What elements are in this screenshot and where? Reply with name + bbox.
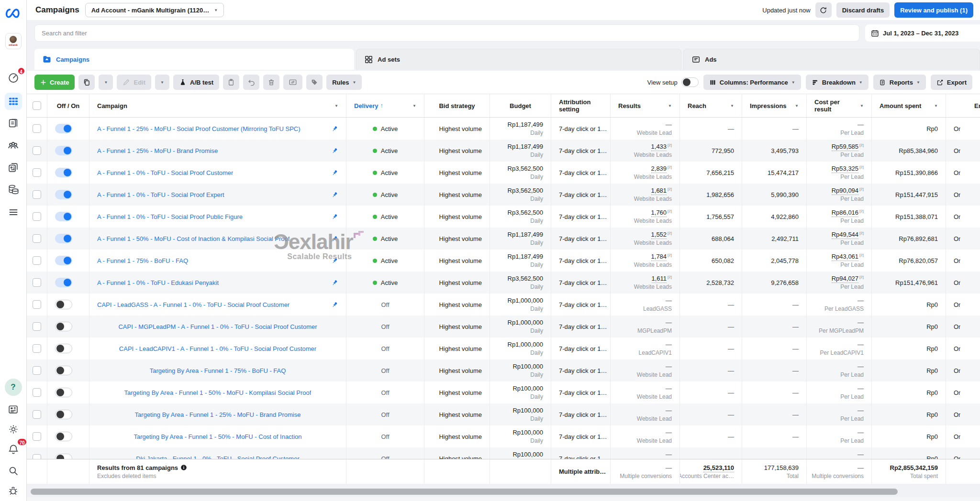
campaign-toggle[interactable] bbox=[55, 168, 72, 177]
campaign-toggle[interactable] bbox=[55, 146, 72, 155]
results-value[interactable]: — bbox=[666, 319, 672, 327]
export-button[interactable]: Export bbox=[931, 75, 972, 90]
row-checkbox[interactable] bbox=[33, 190, 41, 199]
cost-per-result-value[interactable]: — bbox=[858, 407, 864, 414]
all-tools-menu-icon[interactable] bbox=[5, 204, 22, 221]
row-checkbox[interactable] bbox=[33, 300, 41, 309]
campaign-name-link[interactable]: Targeting By Area - Funnel 1 - 25% - MoF… bbox=[135, 411, 301, 418]
date-range-selector[interactable]: Jul 1, 2023 – Dec 31, 2023 bbox=[865, 24, 980, 42]
info-icon[interactable] bbox=[180, 464, 187, 471]
ad-account-avatar[interactable]: mGanik bbox=[5, 33, 22, 50]
cost-per-result-value[interactable]: — bbox=[858, 319, 864, 327]
campaign-toggle[interactable] bbox=[55, 410, 72, 419]
sidebar-item-ads-reporting-icon[interactable] bbox=[5, 159, 22, 176]
campaign-toggle[interactable] bbox=[55, 234, 72, 243]
campaign-name-link[interactable]: A - Funnel 1 - 0% - ToFU - Social Proof … bbox=[97, 191, 224, 198]
row-checkbox[interactable] bbox=[33, 234, 41, 243]
row-checkbox[interactable] bbox=[33, 124, 41, 133]
campaign-toggle[interactable] bbox=[55, 278, 72, 287]
row-checkbox[interactable] bbox=[33, 256, 41, 265]
ab-test-button[interactable]: A/B test bbox=[173, 75, 219, 90]
campaign-toggle[interactable] bbox=[55, 432, 72, 441]
breakdown-button[interactable]: Breakdown ▼ bbox=[806, 75, 869, 90]
search-box[interactable] bbox=[34, 24, 859, 42]
campaign-name-link[interactable]: Targeting By Area - Funnel 1 - 50% - MoF… bbox=[124, 389, 312, 396]
row-checkbox[interactable] bbox=[33, 410, 41, 419]
campaign-toggle[interactable] bbox=[55, 190, 72, 199]
cost-per-result-value[interactable]: Rp53,325 bbox=[832, 165, 858, 173]
row-checkbox[interactable] bbox=[33, 344, 41, 353]
campaign-name-link[interactable]: A - Funnel 1 - 50% - MoFU - Cost of Inac… bbox=[97, 235, 290, 242]
paste-button[interactable] bbox=[223, 75, 239, 90]
edit-options-button[interactable]: ▼ bbox=[155, 75, 169, 90]
campaign-name-link[interactable]: A - Funnel 1 - 0% - ToFU - Edukasi Penya… bbox=[97, 279, 219, 286]
sidebar-item-audiences-icon[interactable] bbox=[5, 137, 22, 154]
row-checkbox[interactable] bbox=[33, 146, 41, 155]
results-value[interactable]: — bbox=[666, 385, 672, 392]
results-value[interactable]: 1,552 bbox=[651, 231, 667, 239]
reports-button[interactable]: Reports ▼ bbox=[873, 75, 926, 90]
results-value[interactable]: — bbox=[666, 341, 672, 349]
tab-ad-sets[interactable]: Ad sets bbox=[356, 49, 681, 70]
tab-ads[interactable]: Ads bbox=[683, 49, 980, 70]
column-header-attribution[interactable]: Attribution setting bbox=[551, 94, 611, 117]
discard-drafts-button[interactable]: Discard drafts bbox=[836, 2, 890, 18]
column-header-impressions[interactable]: Impressions▼ bbox=[742, 94, 807, 117]
cost-per-result-value[interactable]: Rp43,061 bbox=[832, 253, 858, 261]
campaign-name-link[interactable]: CAPI - LeadGASS - A - Funnel 1 - 0% - To… bbox=[97, 301, 290, 308]
row-checkbox[interactable] bbox=[33, 454, 41, 459]
campaign-toggle[interactable] bbox=[55, 388, 72, 397]
settings-gear-icon[interactable] bbox=[5, 421, 22, 438]
sidebar-item-billing-icon[interactable] bbox=[5, 181, 22, 198]
results-value[interactable]: — bbox=[666, 429, 672, 436]
edit-button[interactable]: Edit bbox=[117, 75, 151, 90]
row-checkbox[interactable] bbox=[33, 366, 41, 375]
campaign-name-link[interactable]: A - Funnel 1 - 0% - ToFU - Social Proof … bbox=[97, 213, 243, 220]
column-header-cost-per-result[interactable]: Cost per result▼ bbox=[807, 94, 872, 117]
campaign-name-link[interactable]: A - Funnel 1 - 0% - ToFU - Social Proof … bbox=[97, 169, 233, 176]
results-value[interactable]: 1,433 bbox=[651, 143, 667, 151]
cost-per-result-value[interactable]: — bbox=[858, 341, 864, 349]
column-header-delivery[interactable]: Delivery↑▼ bbox=[346, 94, 424, 117]
create-button[interactable]: Create bbox=[34, 75, 75, 90]
cost-per-result-value[interactable]: Rp86,016 bbox=[832, 209, 858, 217]
row-checkbox[interactable] bbox=[33, 432, 41, 441]
results-value[interactable]: 1,784 bbox=[651, 253, 667, 261]
duplicate-options-button[interactable]: ▼ bbox=[99, 75, 113, 90]
row-checkbox[interactable] bbox=[33, 168, 41, 177]
campaign-name-link[interactable]: Targeting By Area - Funnel 1 - 75% - BoF… bbox=[150, 367, 286, 374]
sidebar-item-campaigns[interactable] bbox=[5, 93, 22, 110]
column-header-bid-strategy[interactable]: Bid strategy bbox=[424, 94, 490, 117]
column-header-reach[interactable]: Reach▼ bbox=[680, 94, 742, 117]
row-checkbox[interactable] bbox=[33, 388, 41, 397]
campaign-toggle[interactable] bbox=[55, 454, 72, 459]
campaign-name-link[interactable]: Dki Jakarta - Funnel 1 - 0% - ToFU - Soc… bbox=[136, 455, 300, 459]
rules-button[interactable]: Rules ▼ bbox=[326, 75, 362, 90]
campaign-name-link[interactable]: Targeting By Area - Funnel 1 - 50% - MoF… bbox=[134, 433, 301, 440]
results-value[interactable]: — bbox=[666, 451, 672, 458]
row-checkbox[interactable] bbox=[33, 278, 41, 287]
campaign-name-link[interactable]: CAPI - LeadCAPIV1 - A - Funnel 1 - 0% - … bbox=[119, 345, 316, 352]
results-value[interactable]: 2,839 bbox=[651, 165, 667, 173]
tab-campaigns[interactable]: Campaigns bbox=[34, 49, 354, 70]
campaign-toggle[interactable] bbox=[55, 366, 72, 375]
undo-button[interactable] bbox=[243, 75, 259, 90]
refresh-button[interactable] bbox=[815, 2, 832, 18]
select-all-checkbox[interactable] bbox=[33, 101, 41, 110]
ad-account-selector[interactable]: Ad Account - mGanik Multigrain (1120… ▼ bbox=[85, 3, 224, 17]
columns-button[interactable]: Columns: Performance ▼ bbox=[703, 75, 801, 90]
meta-logo[interactable] bbox=[5, 5, 22, 22]
delete-button[interactable] bbox=[263, 75, 279, 90]
cost-per-result-value[interactable]: Rp49,544 bbox=[832, 231, 858, 239]
search-global-icon[interactable] bbox=[5, 462, 22, 479]
column-header-campaign[interactable]: Campaign▼ bbox=[89, 94, 346, 117]
results-value[interactable]: — bbox=[666, 121, 672, 129]
cost-per-result-value[interactable]: — bbox=[858, 451, 864, 458]
column-header-ends[interactable]: Ends bbox=[946, 94, 980, 117]
cost-per-result-value[interactable]: — bbox=[858, 385, 864, 392]
cost-per-result-value[interactable]: — bbox=[858, 297, 864, 305]
column-header-results[interactable]: Results▼ bbox=[611, 94, 680, 117]
duplicate-button[interactable] bbox=[78, 75, 95, 90]
cost-per-result-value[interactable]: — bbox=[858, 429, 864, 436]
review-and-publish-button[interactable]: Review and publish (1) bbox=[894, 2, 973, 18]
